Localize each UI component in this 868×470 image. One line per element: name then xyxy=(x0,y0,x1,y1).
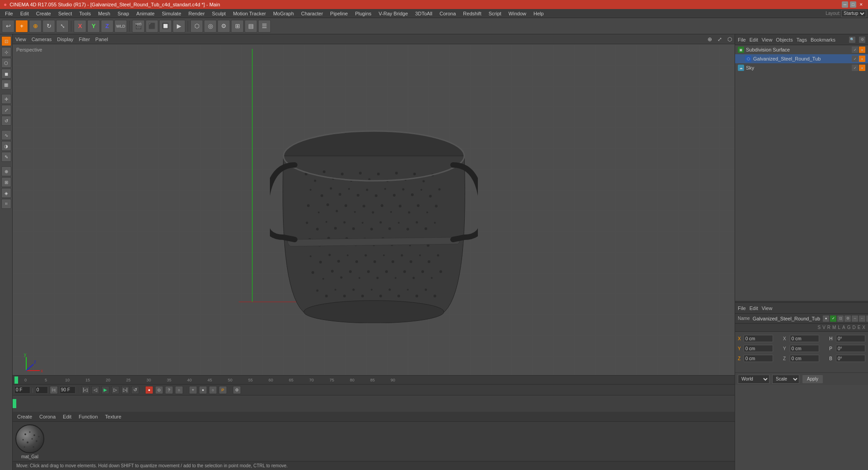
material-preview-ball[interactable] xyxy=(15,424,44,453)
name-icon-1[interactable]: ● xyxy=(823,315,829,322)
toolbar-x-axis[interactable]: X xyxy=(74,20,86,33)
menu-file[interactable]: File xyxy=(2,10,16,17)
object-item-sky[interactable]: ☁ Sky ✓ ● xyxy=(735,63,868,72)
tl-next-frame[interactable]: ▷ xyxy=(111,386,119,394)
x-pos-input[interactable] xyxy=(744,335,773,342)
obj-check2-icon[interactable]: ✓ xyxy=(852,56,858,62)
menu-mograph[interactable]: MoGraph xyxy=(270,10,297,17)
left-btn-scale[interactable]: ⤢ xyxy=(1,105,11,115)
timeline-playhead[interactable] xyxy=(14,376,18,384)
name-icon-3[interactable]: ⊡ xyxy=(837,315,844,322)
scale-select[interactable]: Scale xyxy=(772,375,799,384)
toolbar-render[interactable]: 🎬 xyxy=(132,20,145,33)
object-item-galvanized[interactable]: ⬡ Galvanized_Steel_Round_Tub ✓ ● xyxy=(735,54,868,63)
toolbar-undo[interactable]: ↩ xyxy=(2,20,14,33)
menu-snap[interactable]: Snap xyxy=(114,10,132,17)
viewport-icon1[interactable]: ⊕ xyxy=(708,36,712,42)
x-rot-input[interactable] xyxy=(790,335,819,342)
name-icon-4[interactable]: ⚙ xyxy=(844,315,851,322)
left-btn-poly[interactable]: ◼ xyxy=(1,69,11,79)
toolbar-display3[interactable]: ⚙ xyxy=(217,20,230,33)
left-btn-grid[interactable]: ⊞ xyxy=(1,177,11,187)
b-input[interactable] xyxy=(836,355,865,362)
menu-help[interactable]: Help xyxy=(530,10,547,17)
toolbar-render3[interactable]: 🔲 xyxy=(159,20,172,33)
menu-redshift[interactable]: Redshift xyxy=(460,10,484,17)
toolbar-display2[interactable]: ◎ xyxy=(204,20,217,33)
menu-simulate[interactable]: Simulate xyxy=(159,10,184,17)
menu-animate[interactable]: Animate xyxy=(133,10,158,17)
attr-menu-view[interactable]: View xyxy=(762,306,773,311)
tl-record[interactable]: ↺ xyxy=(131,386,139,394)
tl-forward[interactable]: ▷| xyxy=(121,386,129,394)
toolbar-add[interactable]: + xyxy=(15,20,28,33)
frame-end-input[interactable] xyxy=(60,386,75,394)
material-item[interactable]: mat_Gal xyxy=(15,424,44,459)
left-btn-select[interactable]: ⊡ xyxy=(1,36,11,46)
toolbar-world[interactable]: WLD xyxy=(114,20,127,33)
menu-edit[interactable]: Edit xyxy=(17,10,32,17)
left-btn-sculpt[interactable]: ◑ xyxy=(1,141,11,151)
mat-menu-corona[interactable]: Corona xyxy=(38,413,57,420)
left-btn-paint[interactable]: ✎ xyxy=(1,152,11,162)
viewport[interactable]: View Cameras Display Filter Panel ⊕ ⤢ ⬡ xyxy=(13,34,735,375)
viewport-icon2[interactable]: ⤢ xyxy=(717,36,722,42)
menu-sculpt[interactable]: Sculpt xyxy=(209,10,229,17)
obj-dot2-icon[interactable]: ● xyxy=(859,56,865,62)
y-rot-input[interactable] xyxy=(790,345,819,352)
left-btn-deform[interactable]: ⌗ xyxy=(1,199,11,209)
obj-dot-icon[interactable]: ● xyxy=(859,47,865,53)
left-btn-rotate[interactable]: ↺ xyxy=(1,116,11,126)
tl-circle[interactable]: ○ xyxy=(209,386,217,394)
tl-settings[interactable]: ⚙ xyxy=(233,386,241,394)
menu-create[interactable]: Create xyxy=(33,10,54,17)
viewport-panel-menu[interactable]: Panel xyxy=(95,37,108,42)
menu-3dtoall[interactable]: 3DToAll xyxy=(412,10,435,17)
left-btn-move[interactable]: ✛ xyxy=(1,94,11,104)
viewport-cameras-menu[interactable]: Cameras xyxy=(32,37,52,42)
right-menu-view[interactable]: View xyxy=(762,37,773,42)
left-btn-points[interactable]: ⊹ xyxy=(1,47,11,57)
left-btn-uv[interactable]: ▦ xyxy=(1,80,11,89)
tl-key1[interactable]: ● xyxy=(145,386,153,394)
apply-button[interactable]: Apply xyxy=(802,375,823,384)
object-item-subdivision[interactable]: ▣ Subdivision Surface ✓ ● xyxy=(735,45,868,54)
close-button[interactable]: ✕ xyxy=(858,1,864,8)
name-icon-2[interactable]: ✓ xyxy=(830,315,836,322)
menu-vray-bridge[interactable]: V-Ray Bridge xyxy=(376,10,411,17)
toolbar-display4[interactable]: ⊞ xyxy=(231,20,244,33)
mat-menu-edit[interactable]: Edit xyxy=(61,413,73,420)
menu-corona[interactable]: Corona xyxy=(436,10,459,17)
left-btn-work[interactable]: ◈ xyxy=(1,188,11,198)
menu-motion-tracker[interactable]: Motion Tracker xyxy=(230,10,269,17)
toolbar-display6[interactable]: ☰ xyxy=(258,20,271,33)
menu-mesh[interactable]: Mesh xyxy=(95,10,113,17)
tl-rewind[interactable]: |◁ xyxy=(81,386,90,394)
menu-render[interactable]: Render xyxy=(185,10,208,17)
tl-p[interactable]: P xyxy=(219,386,227,394)
obj-dot3-icon[interactable]: ● xyxy=(859,65,865,71)
gear-icon[interactable]: ⚙ xyxy=(859,37,865,43)
right-menu-objects[interactable]: Objects xyxy=(776,37,793,42)
mat-menu-texture[interactable]: Texture xyxy=(103,413,123,420)
obj-check-icon[interactable]: ✓ xyxy=(852,47,858,53)
toolbar-y-axis[interactable]: Y xyxy=(87,20,100,33)
tl-key2[interactable]: ⊙ xyxy=(155,386,163,394)
world-select[interactable]: World Local Object xyxy=(738,375,769,384)
viewport-canvas[interactable]: Perspective xyxy=(13,44,735,375)
viewport-display-menu[interactable]: Display xyxy=(57,37,73,42)
toolbar-display5[interactable]: ▤ xyxy=(245,20,257,33)
search-icon[interactable]: 🔍 xyxy=(849,37,855,43)
toolbar-z-axis[interactable]: Z xyxy=(101,20,113,33)
tl-key4[interactable]: ○ xyxy=(175,386,183,394)
toolbar-display1[interactable]: ⬡ xyxy=(190,20,203,33)
maximize-button[interactable]: □ xyxy=(850,1,856,8)
left-btn-spline[interactable]: ∿ xyxy=(1,130,11,140)
viewport-view-menu[interactable]: View xyxy=(15,37,26,42)
tl-btn-end[interactable]: ▷| xyxy=(50,386,58,394)
toolbar-scale[interactable]: ⤡ xyxy=(56,20,69,33)
tl-prev-frame[interactable]: ◁ xyxy=(91,386,99,394)
menu-pipeline[interactable]: Pipeline xyxy=(327,10,351,17)
p-input[interactable] xyxy=(836,345,865,352)
right-menu-bookmarks[interactable]: Bookmarks xyxy=(811,37,835,42)
